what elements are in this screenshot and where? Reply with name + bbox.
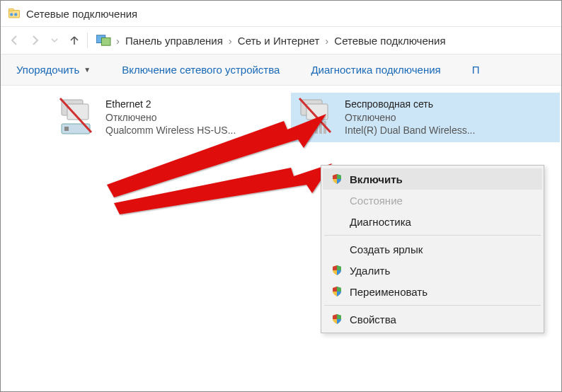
svg-marker-19 — [114, 163, 332, 214]
control-panel-icon — [96, 34, 112, 47]
menu-item-status: Состояние — [323, 190, 542, 211]
menu-label: Диагностика — [350, 216, 411, 228]
network-folder-icon — [8, 7, 21, 20]
window-titlebar: Сетевые подключения — [1, 1, 561, 26]
nav-up-button[interactable] — [64, 30, 84, 50]
shield-icon — [331, 313, 343, 325]
svg-point-3 — [14, 13, 18, 16]
toolbar-more[interactable]: П — [465, 59, 487, 80]
nav-forward-button — [25, 30, 45, 50]
toolbar-more-label: П — [472, 64, 480, 76]
connection-text: Беспроводная сеть Отключено Intel(R) Dua… — [345, 96, 475, 139]
toolbar-diagnose-label: Диагностика подключения — [311, 64, 440, 76]
menu-label: Удалить — [350, 265, 390, 277]
toolbar-organize-label: Упорядочить — [16, 64, 79, 76]
breadcrumb-seg-1[interactable]: Панель управления — [121, 35, 227, 47]
toolbar-enable-device[interactable]: Включение сетевого устройства — [115, 59, 287, 80]
menu-separator — [324, 235, 541, 236]
chevron-right-icon[interactable]: › — [323, 35, 330, 47]
menu-label: Переименовать — [350, 286, 428, 298]
svg-rect-1 — [9, 8, 14, 11]
menu-item-delete[interactable]: Удалить — [323, 260, 542, 281]
toolbar-diagnose[interactable]: Диагностика подключения — [304, 59, 447, 80]
toolbar-enable-label: Включение сетевого устройства — [122, 64, 280, 76]
menu-label: Состояние — [350, 195, 403, 207]
context-menu: Включить Состояние Диагностика Создать я… — [321, 165, 544, 333]
menu-label: Включить — [350, 173, 403, 185]
breadcrumb-seg-3[interactable]: Сетевые подключения — [330, 35, 449, 47]
shield-icon — [331, 173, 343, 185]
nav-recent-dropdown[interactable] — [45, 30, 64, 50]
shield-icon — [331, 265, 343, 276]
window-title: Сетевые подключения — [26, 8, 137, 20]
menu-separator — [324, 305, 541, 306]
menu-item-enable[interactable]: Включить — [323, 168, 542, 190]
breadcrumb[interactable]: › Панель управления › Сеть и Интернет › … — [91, 34, 450, 47]
connection-name: Ethernet 2 — [105, 98, 236, 111]
connection-item-wireless[interactable]: Беспроводная сеть Отключено Intel(R) Dua… — [291, 93, 560, 142]
shield-icon — [331, 286, 343, 297]
connections-area: Ethernet 2 Отключено Qualcomm Wireless H… — [1, 86, 561, 100]
nav-separator — [87, 33, 88, 48]
connection-name: Беспроводная сеть — [345, 98, 475, 111]
nav-back-button — [5, 30, 25, 50]
chevron-right-icon[interactable]: › — [227, 35, 234, 47]
breadcrumb-seg-2[interactable]: Сеть и Интернет — [234, 35, 324, 47]
dropdown-arrow-icon: ▼ — [84, 66, 91, 74]
menu-item-diagnostics[interactable]: Диагностика — [323, 211, 542, 232]
ethernet-adapter-icon — [57, 96, 100, 138]
svg-rect-9 — [64, 127, 69, 131]
command-toolbar: Упорядочить ▼ Включение сетевого устройс… — [1, 54, 561, 86]
menu-label: Свойства — [350, 313, 396, 325]
connection-status: Отключено — [345, 111, 475, 125]
connection-device: Intel(R) Dual Band Wireless... — [345, 124, 475, 137]
menu-item-create-shortcut[interactable]: Создать ярлык — [323, 238, 542, 260]
svg-point-2 — [10, 13, 13, 16]
toolbar-organize[interactable]: Упорядочить ▼ — [9, 59, 98, 80]
svg-rect-5 — [101, 38, 110, 45]
menu-item-rename[interactable]: Переименовать — [323, 281, 542, 302]
menu-item-properties[interactable]: Свойства — [323, 309, 542, 330]
annotation-arrow — [114, 163, 333, 220]
nav-row: › Панель управления › Сеть и Интернет › … — [1, 26, 561, 54]
menu-label: Создать ярлык — [350, 243, 423, 255]
chevron-right-icon[interactable]: › — [115, 35, 121, 47]
